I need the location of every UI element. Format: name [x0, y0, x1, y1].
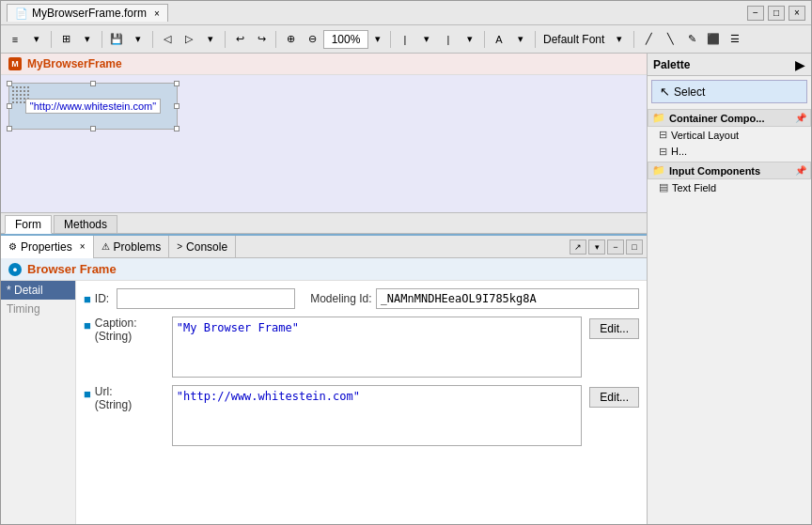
prop-indicator-url: ■	[84, 387, 91, 401]
handle-bot-right[interactable]	[174, 126, 180, 131]
toolbar-btn-2[interactable]: ⊞	[55, 29, 76, 50]
tab-methods-label: Methods	[64, 218, 107, 231]
palette-section-container: 📁 Container Compo... 📌 ⊟ Vertical Layout…	[648, 109, 811, 160]
tab-methods[interactable]: Methods	[54, 215, 117, 233]
minimize-button[interactable]: −	[747, 6, 764, 21]
container-section-icon: 📁	[652, 112, 665, 124]
sep-4	[225, 31, 226, 48]
sidebar-item-timing[interactable]: Timing	[1, 300, 75, 318]
url-textarea[interactable]: "http://www.whitestein.com"	[172, 385, 582, 446]
font-label: Default Font	[539, 33, 608, 46]
props-external-btn[interactable]: ↗	[570, 239, 586, 255]
toolbar-btn-extra4[interactable]: ⬛	[703, 29, 724, 50]
tab-form-label: Form	[15, 218, 41, 231]
handle-top-mid[interactable]	[90, 81, 96, 86]
caption-row: ■ Caption:(String) "My Browser Frame" Ed…	[84, 317, 639, 378]
sep-7	[484, 31, 485, 48]
toolbar-btn-extra2[interactable]: ╲	[660, 29, 680, 50]
canvas-area: M MyBrowserFrame "http://www.whitestein.…	[1, 54, 647, 213]
palette-section-input-header[interactable]: 📁 Input Components 📌	[648, 162, 811, 179]
sep-5	[275, 31, 276, 48]
zoom-input[interactable]: 100%	[323, 30, 368, 49]
toolbar-dropdown-5[interactable]: ▾	[416, 29, 437, 50]
font-dropdown-button[interactable]: ▾	[609, 29, 630, 50]
toolbar-group-1: ≡ ▾	[5, 29, 47, 50]
handle-bot-left[interactable]	[7, 126, 12, 131]
palette-select-button[interactable]: ↖ Select	[651, 80, 807, 103]
toolbar-btn-extra3[interactable]: ✎	[681, 29, 702, 50]
palette-item-text-field[interactable]: ▤ Text Field	[648, 179, 811, 195]
tab-close-icon[interactable]: ×	[154, 8, 160, 19]
url-edit-button[interactable]: Edit...	[589, 387, 639, 408]
tab-console[interactable]: > Console	[169, 236, 236, 258]
toolbar-group-2: ⊞ ▾	[55, 29, 98, 50]
toolbar-btn-extra5[interactable]: ☰	[725, 29, 745, 50]
toolbar-dropdown-2[interactable]: ▾	[77, 29, 98, 50]
palette-item-vertical-layout[interactable]: ⊟ Vertical Layout	[648, 127, 811, 143]
redo-button[interactable]: ↪	[251, 29, 272, 50]
modeling-id-label: Modeling Id:	[310, 292, 371, 305]
modeling-id-input[interactable]	[376, 288, 639, 309]
toolbar-pipe-btn2[interactable]: |	[438, 29, 459, 50]
toolbar-group-arrows: | ▾ | ▾	[395, 29, 480, 50]
partial-item-icon: ⊟	[659, 146, 667, 158]
toolbar-dropdown-1[interactable]: ▾	[26, 29, 47, 50]
toolbar-btn-save[interactable]: 💾	[106, 29, 127, 50]
palette-item-partial[interactable]: ⊟ H...	[648, 143, 811, 160]
toolbar-dropdown-3[interactable]: ▾	[128, 29, 148, 50]
toolbar-dropdown-4[interactable]: ▾	[200, 29, 221, 50]
title-tab[interactable]: 📄 MyBrowserFrame.form ×	[7, 4, 168, 22]
canvas-body[interactable]: "http://www.whitestein.com"	[1, 75, 647, 137]
props-dropdown-btn[interactable]: ▾	[588, 239, 605, 255]
toolbar-group-extra: ╱ ╲ ✎ ⬛ ☰	[638, 29, 745, 50]
toolbar-btn-extra1[interactable]: ╱	[638, 29, 659, 50]
toolbar-dropdown-6[interactable]: ▾	[460, 29, 480, 50]
palette-panel: Palette ▶ ↖ Select 📁 Container Compo... …	[647, 54, 811, 524]
toolbar-group-font2: Default Font ▾	[539, 29, 630, 50]
toolbar-pipe-btn[interactable]: |	[395, 29, 415, 50]
maximize-button[interactable]: □	[768, 6, 785, 21]
tab-form[interactable]: Form	[5, 215, 52, 234]
vertical-layout-label: Vertical Layout	[671, 130, 739, 141]
caption-textarea[interactable]: "My Browser Frame"	[172, 317, 582, 378]
close-button[interactable]: ×	[789, 6, 805, 21]
toolbar-btn-nav1[interactable]: ◁	[157, 29, 178, 50]
partial-item-label: H...	[671, 146, 687, 157]
container-section-pin[interactable]: 📌	[795, 113, 806, 123]
handle-mid-right[interactable]	[174, 103, 180, 109]
handle-top-left[interactable]	[7, 81, 12, 86]
select-label: Select	[674, 85, 705, 99]
caption-edit-button[interactable]: Edit...	[589, 318, 639, 339]
toolbar-group-undo: ↩ ↪	[229, 29, 272, 50]
toolbar-btn-1[interactable]: ≡	[5, 29, 25, 50]
id-input[interactable]	[117, 288, 295, 309]
properties-tab-icon: ⚙	[8, 241, 17, 252]
palette-section-container-header[interactable]: 📁 Container Compo... 📌	[648, 109, 811, 127]
browser-frame-widget[interactable]: "http://www.whitestein.com"	[8, 83, 178, 130]
zoom-out-button[interactable]: ⊖	[302, 29, 322, 50]
properties-tab-close[interactable]: ×	[80, 241, 86, 252]
props-title-bar: ● Browser Frame	[1, 258, 647, 281]
sidebar-item-detail[interactable]: * Detail	[1, 281, 75, 300]
props-minimize-btn[interactable]: −	[607, 239, 624, 255]
palette-expand-button[interactable]: ▶	[795, 57, 805, 72]
toolbar-dropdown-7[interactable]: ▾	[510, 29, 531, 50]
tab-properties[interactable]: ⚙ Properties ×	[1, 236, 94, 258]
widget-url-display: "http://www.whitestein.com"	[25, 99, 161, 114]
handle-top-right[interactable]	[174, 81, 180, 86]
sep-1	[51, 31, 52, 48]
props-maximize-btn[interactable]: □	[626, 239, 643, 255]
tab-problems[interactable]: ⚠ Problems	[94, 236, 170, 258]
sep-9	[633, 31, 634, 48]
undo-button[interactable]: ↩	[229, 29, 250, 50]
font-size-btn[interactable]: A	[489, 29, 509, 50]
props-sidebar: * Detail Timing	[1, 281, 76, 524]
props-main: ■ ID: Modeling Id:	[76, 281, 647, 524]
toolbar-btn-nav2[interactable]: ▷	[179, 29, 199, 50]
handle-mid-left[interactable]	[7, 103, 12, 109]
handle-bot-mid[interactable]	[90, 126, 96, 131]
prop-indicator-caption: ■	[84, 318, 91, 332]
zoom-in-button[interactable]: ⊕	[280, 29, 301, 50]
input-section-pin[interactable]: 📌	[795, 165, 806, 176]
zoom-dropdown-button[interactable]: ▾	[369, 29, 386, 50]
